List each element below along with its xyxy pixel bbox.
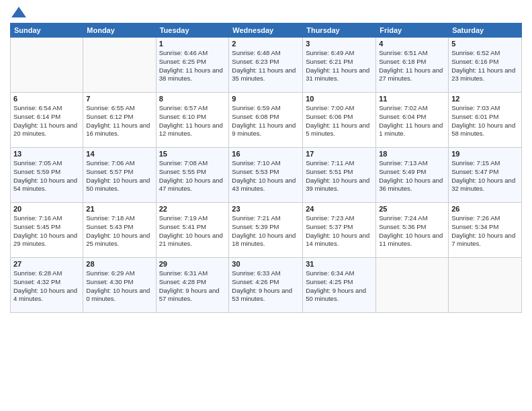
calendar-table: SundayMondayTuesdayWednesdayThursdayFrid… <box>10 23 522 313</box>
sunset-line: Sunset: 6:01 PM <box>451 113 519 122</box>
sunset-line: Sunset: 6:21 PM <box>306 58 373 66</box>
day-number: 24 <box>306 205 373 213</box>
sunset-line: Sunset: 5:39 PM <box>232 223 300 232</box>
day-info: Sunrise: 7:10 AMSunset: 5:53 PMDaylight:… <box>232 159 300 193</box>
logo-icon <box>11 7 26 17</box>
sunrise-line: Sunrise: 7:00 AM <box>306 104 373 113</box>
sunrise-line: Sunrise: 6:54 AM <box>13 104 80 113</box>
day-number: 1 <box>159 40 226 48</box>
day-cell: 27Sunrise: 6:28 AMSunset: 4:32 PMDayligh… <box>11 258 83 313</box>
header <box>10 7 522 17</box>
sunset-line: Sunset: 4:32 PM <box>13 278 80 287</box>
day-info: Sunrise: 7:26 AMSunset: 5:34 PMDaylight:… <box>451 214 519 248</box>
daylight-line: Daylight: 10 hours and 21 minutes. <box>159 232 226 249</box>
day-number: 7 <box>86 95 152 103</box>
day-info: Sunrise: 6:28 AMSunset: 4:32 PMDaylight:… <box>13 269 80 304</box>
daylight-line: Daylight: 9 hours and 57 minutes. <box>159 287 226 304</box>
logo <box>10 7 26 17</box>
sunrise-line: Sunrise: 6:49 AM <box>306 49 373 58</box>
sunset-line: Sunset: 4:28 PM <box>159 278 226 287</box>
calendar-page: SundayMondayTuesdayWednesdayThursdayFrid… <box>0 0 532 411</box>
sunset-line: Sunset: 4:26 PM <box>232 278 300 287</box>
day-number: 16 <box>232 150 300 158</box>
sunset-line: Sunset: 6:16 PM <box>451 58 519 66</box>
day-cell: 26Sunrise: 7:26 AMSunset: 5:34 PMDayligh… <box>449 203 522 258</box>
sunset-line: Sunset: 6:10 PM <box>159 113 226 122</box>
sunset-line: Sunset: 4:25 PM <box>306 278 373 287</box>
weekday-header-row: SundayMondayTuesdayWednesdayThursdayFrid… <box>11 24 522 38</box>
day-cell: 4Sunrise: 6:51 AMSunset: 6:18 PMDaylight… <box>376 38 449 93</box>
day-number: 22 <box>159 205 226 213</box>
sunrise-line: Sunrise: 6:34 AM <box>306 269 373 278</box>
day-info: Sunrise: 6:57 AMSunset: 6:10 PMDaylight:… <box>159 104 226 138</box>
sunrise-line: Sunrise: 7:10 AM <box>232 159 300 168</box>
daylight-line: Daylight: 10 hours and 43 minutes. <box>232 177 300 194</box>
day-number: 27 <box>13 260 80 268</box>
day-cell: 10Sunrise: 7:00 AMSunset: 6:06 PMDayligh… <box>303 93 376 148</box>
sunrise-line: Sunrise: 6:51 AM <box>379 49 445 58</box>
day-info: Sunrise: 7:11 AMSunset: 5:51 PMDaylight:… <box>306 159 373 193</box>
day-number: 20 <box>13 205 80 213</box>
daylight-line: Daylight: 11 hours and 12 minutes. <box>159 122 226 139</box>
daylight-line: Daylight: 10 hours and 4 minutes. <box>13 287 80 304</box>
day-cell: 21Sunrise: 7:18 AMSunset: 5:43 PMDayligh… <box>83 203 156 258</box>
day-cell <box>376 258 449 313</box>
daylight-line: Daylight: 11 hours and 31 minutes. <box>306 66 373 84</box>
day-cell: 17Sunrise: 7:11 AMSunset: 5:51 PMDayligh… <box>303 148 376 203</box>
sunset-line: Sunset: 5:45 PM <box>13 223 80 232</box>
day-cell <box>449 258 522 313</box>
sunrise-line: Sunrise: 7:05 AM <box>13 159 80 168</box>
week-row-4: 20Sunrise: 7:16 AMSunset: 5:45 PMDayligh… <box>11 203 522 258</box>
sunset-line: Sunset: 5:59 PM <box>13 168 80 177</box>
day-info: Sunrise: 7:19 AMSunset: 5:41 PMDaylight:… <box>159 214 226 248</box>
sunset-line: Sunset: 5:53 PM <box>232 168 300 177</box>
day-cell <box>83 38 156 93</box>
daylight-line: Daylight: 11 hours and 16 minutes. <box>86 122 152 139</box>
sunrise-line: Sunrise: 7:23 AM <box>306 214 373 223</box>
day-cell: 7Sunrise: 6:55 AMSunset: 6:12 PMDaylight… <box>83 93 156 148</box>
daylight-line: Daylight: 10 hours and 0 minutes. <box>86 287 152 304</box>
daylight-line: Daylight: 10 hours and 29 minutes. <box>13 232 80 249</box>
sunset-line: Sunset: 5:36 PM <box>379 223 445 232</box>
day-info: Sunrise: 6:48 AMSunset: 6:23 PMDaylight:… <box>232 49 300 83</box>
day-cell: 28Sunrise: 6:29 AMSunset: 4:30 PMDayligh… <box>83 258 156 313</box>
day-cell <box>11 38 83 93</box>
day-info: Sunrise: 6:51 AMSunset: 6:18 PMDaylight:… <box>379 49 445 83</box>
day-number: 11 <box>379 95 445 103</box>
day-number: 13 <box>13 150 80 158</box>
day-number: 28 <box>86 260 152 268</box>
day-number: 9 <box>232 95 300 103</box>
daylight-line: Daylight: 10 hours and 11 minutes. <box>379 232 445 249</box>
sunset-line: Sunset: 6:08 PM <box>232 113 300 122</box>
day-cell: 29Sunrise: 6:31 AMSunset: 4:28 PMDayligh… <box>156 258 229 313</box>
sunset-line: Sunset: 5:34 PM <box>451 223 519 232</box>
week-row-1: 1Sunrise: 6:46 AMSunset: 6:25 PMDaylight… <box>11 38 522 93</box>
day-number: 15 <box>159 150 226 158</box>
day-info: Sunrise: 6:54 AMSunset: 6:14 PMDaylight:… <box>13 104 80 138</box>
sunrise-line: Sunrise: 7:13 AM <box>379 159 445 168</box>
sunrise-line: Sunrise: 7:11 AM <box>306 159 373 168</box>
day-info: Sunrise: 6:52 AMSunset: 6:16 PMDaylight:… <box>451 49 519 83</box>
weekday-monday: Monday <box>83 24 156 38</box>
sunrise-line: Sunrise: 6:31 AM <box>159 269 226 278</box>
day-cell: 31Sunrise: 6:34 AMSunset: 4:25 PMDayligh… <box>303 258 376 313</box>
daylight-line: Daylight: 10 hours and 54 minutes. <box>13 177 80 194</box>
week-row-3: 13Sunrise: 7:05 AMSunset: 5:59 PMDayligh… <box>11 148 522 203</box>
day-number: 21 <box>86 205 152 213</box>
day-cell: 18Sunrise: 7:13 AMSunset: 5:49 PMDayligh… <box>376 148 449 203</box>
day-cell: 19Sunrise: 7:15 AMSunset: 5:47 PMDayligh… <box>449 148 522 203</box>
daylight-line: Daylight: 11 hours and 1 minute. <box>379 122 445 139</box>
week-row-5: 27Sunrise: 6:28 AMSunset: 4:32 PMDayligh… <box>11 258 522 313</box>
day-number: 26 <box>451 205 519 213</box>
sunset-line: Sunset: 6:23 PM <box>232 58 300 66</box>
day-number: 2 <box>232 40 300 48</box>
day-cell: 22Sunrise: 7:19 AMSunset: 5:41 PMDayligh… <box>156 203 229 258</box>
sunrise-line: Sunrise: 7:02 AM <box>379 104 445 113</box>
day-number: 18 <box>379 150 445 158</box>
day-info: Sunrise: 6:46 AMSunset: 6:25 PMDaylight:… <box>159 49 226 83</box>
day-number: 6 <box>13 95 80 103</box>
day-number: 19 <box>451 150 519 158</box>
sunrise-line: Sunrise: 7:21 AM <box>232 214 300 223</box>
sunset-line: Sunset: 4:30 PM <box>86 278 152 287</box>
weekday-wednesday: Wednesday <box>229 24 303 38</box>
